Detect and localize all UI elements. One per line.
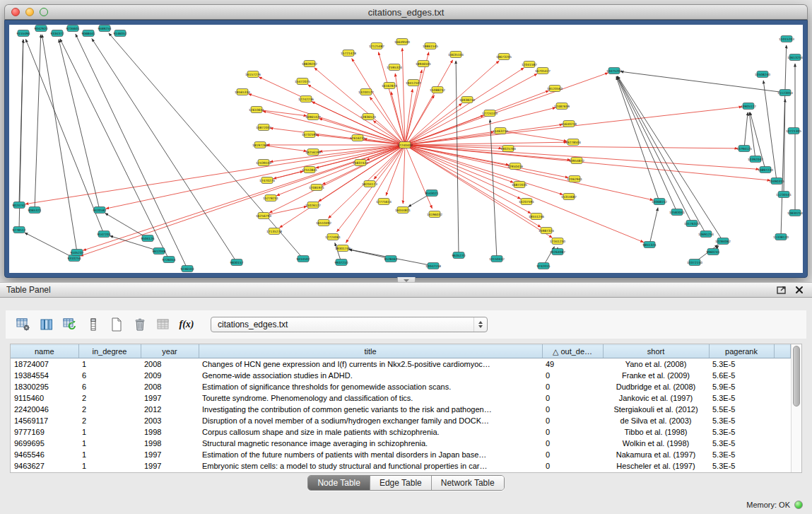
node[interactable]: 9105237	[70, 250, 83, 256]
delete-table-button[interactable]	[131, 315, 149, 334]
edge[interactable]	[405, 95, 434, 145]
node[interactable]: 10264087	[550, 249, 565, 255]
node[interactable]: 9851324	[642, 242, 656, 248]
edge[interactable]	[405, 61, 499, 145]
table-row[interactable]: 969969511998Structural magnetic resonanc…	[11, 438, 791, 449]
tab-edge-table[interactable]: Edge Table	[370, 476, 432, 490]
node[interactable]: 9635270	[452, 252, 465, 259]
node[interactable]: 9960241	[706, 249, 719, 255]
node[interactable]: 19565334	[235, 89, 250, 95]
node[interactable]: 9068441	[81, 30, 95, 37]
node[interactable]: 15837427	[353, 160, 368, 166]
refresh-table-button[interactable]	[61, 315, 79, 334]
node[interactable]: 9528461	[384, 256, 397, 262]
node[interactable]: 15987324	[539, 228, 554, 234]
node[interactable]: 12439103	[256, 160, 271, 166]
edge[interactable]	[42, 35, 77, 252]
column-header-name[interactable]: name	[11, 345, 78, 358]
edge[interactable]	[405, 142, 567, 145]
node[interactable]: 10176320	[684, 221, 700, 227]
column-header-in_degree[interactable]: in_degree	[78, 345, 141, 358]
node[interactable]: 12836524	[360, 114, 376, 120]
table-row[interactable]: 946554611997Estimation of the future num…	[11, 449, 791, 460]
table-row[interactable]: 1872400712008Changes of HCN gene express…	[11, 358, 791, 370]
node[interactable]: 15472075	[295, 78, 310, 85]
node[interactable]: 16510492	[316, 220, 331, 226]
node[interactable]: 16649500	[394, 39, 410, 45]
node[interactable]: 9504126	[141, 235, 154, 242]
node[interactable]: 14732591	[302, 132, 317, 138]
node[interactable]: 9830157	[230, 259, 243, 266]
table-settings-button[interactable]	[14, 315, 33, 334]
node[interactable]: 14872007	[256, 124, 271, 131]
node[interactable]: 17081971	[309, 185, 324, 191]
scrollbar-thumb[interactable]	[793, 346, 800, 407]
edge[interactable]	[270, 128, 405, 145]
node[interactable]: 19278504	[565, 139, 581, 146]
table-row[interactable]: 1938455462009Genome-wide association stu…	[11, 370, 791, 381]
node[interactable]: 13954872	[569, 158, 584, 164]
edge[interactable]	[490, 119, 497, 259]
edge[interactable]	[92, 39, 237, 262]
edge[interactable]	[617, 76, 677, 212]
node[interactable]: 12724061	[325, 234, 341, 240]
node[interactable]: 9024742	[12, 202, 25, 209]
node[interactable]: 18256199	[305, 149, 321, 156]
node[interactable]: 12553841	[302, 167, 317, 173]
node[interactable]: 15314687	[561, 194, 577, 200]
node[interactable]: 15463210	[493, 128, 508, 134]
node[interactable]: 18120563	[547, 86, 563, 92]
edge[interactable]	[106, 145, 405, 209]
node[interactable]: 12610651	[249, 107, 264, 113]
tab-network-table[interactable]: Network Table	[432, 476, 504, 490]
edge[interactable]	[35, 35, 41, 210]
table-select-combo[interactable]: citations_edges.txt	[211, 317, 488, 332]
show-columns-button[interactable]	[37, 315, 56, 334]
node[interactable]: 9414502	[296, 256, 310, 262]
edge[interactable]	[76, 34, 187, 269]
node[interactable]: 10150432	[489, 256, 505, 262]
column-header-pagerank[interactable]: pagerank	[709, 345, 774, 358]
node[interactable]: 10583041	[669, 209, 685, 216]
node[interactable]: 16044821	[395, 207, 411, 214]
node[interactable]: 9543021	[425, 190, 438, 197]
node[interactable]: 9937210	[334, 259, 348, 266]
edge[interactable]	[403, 145, 405, 204]
node[interactable]: 9042920	[34, 25, 47, 32]
table-row[interactable]: 977716911998Corpus callosum shape and si…	[11, 426, 791, 438]
node[interactable]: 9469254	[98, 25, 111, 32]
node[interactable]: 12775614	[376, 199, 392, 205]
node[interactable]: 11123054	[777, 90, 793, 96]
node[interactable]: 10691254	[698, 231, 714, 238]
node[interactable]: 18551246	[529, 214, 544, 220]
node[interactable]: 16157276	[245, 71, 261, 78]
node[interactable]: 16872035	[512, 182, 527, 188]
close-panel-button[interactable]	[795, 286, 804, 294]
node[interactable]: 9742015	[536, 263, 550, 269]
node[interactable]: 15640218	[561, 121, 577, 127]
node[interactable]: 17062941	[567, 176, 582, 182]
node[interactable]: 17341250	[550, 238, 565, 245]
node[interactable]: 9147203	[97, 231, 110, 238]
node[interactable]: 17724103	[482, 110, 498, 117]
edge[interactable]	[391, 92, 405, 145]
node[interactable]: 17135278	[266, 228, 282, 235]
edge[interactable]	[405, 145, 513, 182]
node[interactable]: 12950416	[507, 163, 523, 170]
edge[interactable]	[59, 40, 100, 210]
edge[interactable]	[249, 94, 405, 145]
function-builder-button[interactable]: f(x)	[177, 315, 196, 334]
node[interactable]: 16705427	[535, 68, 551, 74]
edge[interactable]	[749, 112, 755, 159]
edge[interactable]	[763, 81, 777, 181]
node[interactable]: 10490315	[769, 178, 784, 185]
edge[interactable]	[405, 73, 608, 145]
node[interactable]: 12041587	[522, 62, 537, 68]
edge[interactable]	[500, 131, 567, 141]
column-header-title[interactable]: title	[199, 345, 542, 358]
select-column-button[interactable]	[84, 315, 102, 334]
node[interactable]: 19861545	[423, 43, 438, 49]
edge[interactable]	[405, 145, 568, 177]
edge[interactable]	[105, 214, 148, 238]
node[interactable]: 16938210	[459, 97, 475, 103]
